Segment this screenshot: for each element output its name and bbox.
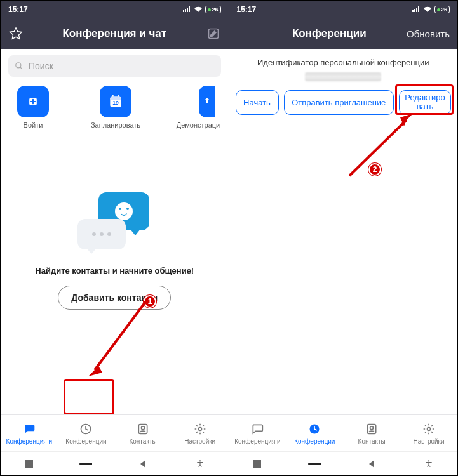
action-join[interactable]: Войти xyxy=(8,86,58,129)
start-button[interactable]: Начать xyxy=(236,90,279,115)
compose-icon[interactable] xyxy=(206,27,221,40)
action-share-label: Демонстраци xyxy=(177,121,220,129)
badge-step2: 2 xyxy=(368,163,381,176)
screen-chat: 15:17 26 Конференция и чат Поиск xyxy=(1,1,229,475)
search-input[interactable]: Поиск xyxy=(8,55,221,77)
pci-value-blurred xyxy=(305,72,381,81)
nav-chat[interactable]: Конференция и xyxy=(229,415,286,451)
status-time: 15:17 xyxy=(237,5,257,14)
sys-recent-icon[interactable] xyxy=(251,458,264,470)
svg-point-22 xyxy=(428,427,431,430)
clock-icon xyxy=(307,422,321,436)
empty-prompt: Найдите контакты и начните общение! xyxy=(1,266,229,275)
svg-point-12 xyxy=(142,426,145,429)
sys-recent-icon[interactable] xyxy=(23,458,36,470)
calendar-icon: 19 xyxy=(100,86,131,117)
sys-home-icon[interactable] xyxy=(308,458,321,470)
svg-line-8 xyxy=(95,300,147,370)
svg-marker-18 xyxy=(400,114,413,126)
gear-icon xyxy=(422,422,436,436)
header: Конференция и чат xyxy=(1,18,229,49)
header: Конференции Обновить xyxy=(229,18,458,49)
wifi-icon xyxy=(423,6,432,13)
status-bar: 15:17 26 xyxy=(1,1,229,18)
search-icon xyxy=(15,62,24,70)
plus-icon xyxy=(17,86,49,117)
nav-meetings[interactable]: Конференции xyxy=(286,415,343,451)
svg-rect-24 xyxy=(308,463,321,465)
nav-settings-label: Настройки xyxy=(414,438,445,445)
sys-accessibility-icon[interactable] xyxy=(422,458,435,470)
svg-rect-14 xyxy=(25,460,33,468)
nav-contacts[interactable]: Контакты xyxy=(114,415,172,451)
svg-rect-15 xyxy=(79,463,92,465)
pci-actions: Начать Отправить приглашение Редактиро в… xyxy=(229,90,458,115)
svg-line-17 xyxy=(349,120,407,176)
contact-icon xyxy=(136,422,150,436)
search-placeholder: Поиск xyxy=(29,61,53,71)
sys-home-icon[interactable] xyxy=(79,458,92,470)
battery-icon: 26 xyxy=(205,6,220,13)
nav-chat[interactable]: Конференция и xyxy=(1,415,58,451)
status-time: 15:17 xyxy=(8,5,28,14)
nav-settings[interactable]: Настройки xyxy=(172,415,229,451)
chat-bubble-icon xyxy=(22,422,36,436)
clock-icon xyxy=(79,422,93,436)
gear-icon xyxy=(193,422,207,436)
quick-actions: Войти 19 Запланировать Демонстраци xyxy=(1,83,229,129)
svg-point-6 xyxy=(118,95,119,97)
nav-contacts-label: Контакты xyxy=(129,438,156,445)
add-contacts-button[interactable]: Добавить контакты xyxy=(58,286,171,310)
nav-meetings-label: Конференции xyxy=(294,438,335,445)
nav-meetings-label: Конференции xyxy=(65,438,106,445)
system-nav xyxy=(1,451,229,475)
svg-point-1 xyxy=(16,63,21,68)
svg-rect-23 xyxy=(253,460,261,468)
signal-icon xyxy=(182,6,191,13)
refresh-button[interactable]: Обновить xyxy=(407,29,450,39)
action-schedule-label: Запланировать xyxy=(91,121,140,129)
system-nav xyxy=(229,451,458,475)
svg-point-13 xyxy=(198,427,201,430)
page-title: Конференции xyxy=(252,27,407,40)
arrow-step2 xyxy=(343,112,419,182)
chat-bubble-icon xyxy=(250,422,264,436)
status-icons: 26 xyxy=(412,6,450,13)
pci-label: Идентификатор персональной конференции xyxy=(229,58,458,67)
svg-point-25 xyxy=(428,460,429,461)
send-invite-button[interactable]: Отправить приглашение xyxy=(284,90,394,115)
svg-point-5 xyxy=(112,95,114,97)
bottom-nav: Конференция и Конференции Контакты Настр… xyxy=(1,414,229,451)
nav-contacts-label: Контакты xyxy=(358,438,386,445)
nav-chat-label: Конференция и xyxy=(234,438,280,445)
svg-point-21 xyxy=(370,426,374,429)
nav-chat-label: Конференция и xyxy=(6,438,52,445)
svg-text:19: 19 xyxy=(112,100,119,106)
upload-icon xyxy=(199,86,215,117)
screen-meetings: 15:17 26 Конференции Обновить Идентифика… xyxy=(229,1,458,475)
page-title: Конференция и чат xyxy=(24,27,206,40)
action-schedule[interactable]: 19 Запланировать xyxy=(91,86,140,129)
sys-back-icon[interactable] xyxy=(365,458,378,470)
svg-point-16 xyxy=(199,460,201,461)
signal-icon xyxy=(412,6,421,13)
contact-icon xyxy=(365,422,379,436)
action-join-label: Войти xyxy=(24,121,43,129)
nav-settings[interactable]: Настройки xyxy=(400,415,457,451)
bottom-nav: Конференция и Конференции Контакты Настр… xyxy=(229,414,458,451)
chat-illustration xyxy=(1,192,229,249)
svg-marker-9 xyxy=(88,364,102,376)
battery-icon: 26 xyxy=(434,6,450,13)
nav-settings-label: Настройки xyxy=(184,438,215,445)
nav-meetings[interactable]: Конференции xyxy=(58,415,115,451)
wifi-icon xyxy=(194,6,203,13)
edit-button[interactable]: Редактиро вать xyxy=(399,90,451,115)
action-share[interactable]: Демонстраци xyxy=(173,86,223,129)
favorite-icon[interactable] xyxy=(8,27,24,41)
sys-back-icon[interactable] xyxy=(137,458,149,470)
nav-contacts[interactable]: Контакты xyxy=(343,415,400,451)
highlight-step1 xyxy=(64,379,114,414)
sys-accessibility-icon[interactable] xyxy=(194,458,206,470)
status-icons: 26 xyxy=(182,6,220,13)
status-bar: 15:17 26 xyxy=(229,1,458,18)
